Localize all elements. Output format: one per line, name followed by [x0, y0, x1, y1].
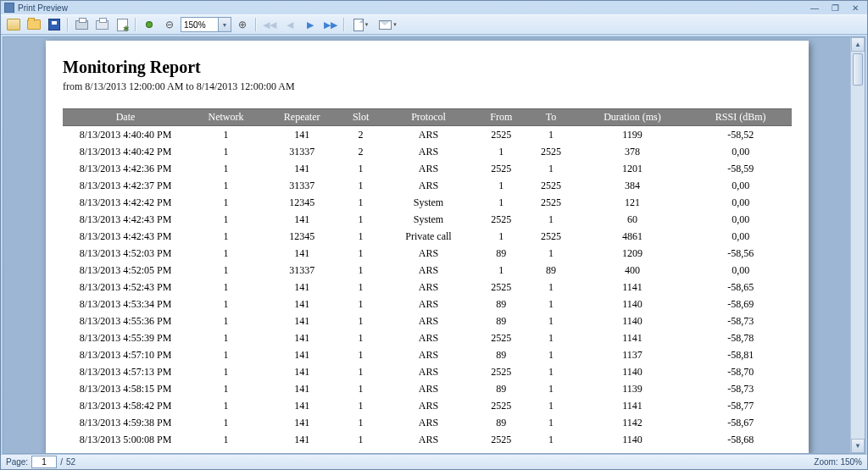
table-row: 8/13/2013 4:40:42 PM1313372ARS125253780,… [63, 143, 792, 160]
zoom-dropdown-button[interactable]: ▼ [218, 18, 231, 31]
page-setup-button[interactable] [113, 16, 131, 33]
table-cell: ARS [381, 279, 476, 296]
table-cell: 2525 [527, 228, 576, 245]
report-range: from 8/13/2013 12:00:00 AM to 8/14/2013 … [63, 80, 792, 93]
table-cell: 2525 [476, 329, 527, 346]
quick-print-button[interactable] [92, 16, 111, 33]
table-cell: 89 [527, 262, 576, 279]
table-cell: 8/13/2013 4:52:03 PM [63, 245, 188, 262]
table-row: 8/13/2013 4:53:34 PM11411ARS8911140-58,6… [63, 296, 792, 312]
next-page-button[interactable]: ▶ [301, 16, 320, 33]
table-cell: -58,73 [689, 312, 792, 329]
table-header-cell: Date [63, 109, 188, 126]
table-row: 8/13/2013 4:55:36 PM11411ARS8911140-58,7… [63, 312, 792, 329]
folder-open-icon [27, 19, 41, 30]
table-cell: 89 [476, 245, 527, 262]
table-cell: 1 [188, 211, 264, 228]
table-cell: -58,71 [689, 448, 792, 453]
save-button[interactable] [45, 16, 64, 33]
table-cell: -58,77 [689, 397, 792, 414]
table-cell: 0,00 [689, 177, 792, 194]
table-cell: 1 [527, 329, 576, 346]
report-table: DateNetworkRepeaterSlotProtocolFromToDur… [63, 108, 792, 453]
page-sep: / [60, 457, 63, 467]
table-cell: 2525 [476, 211, 527, 228]
email-button[interactable]: ▼ [376, 16, 401, 33]
table-cell: -58,68 [689, 431, 792, 448]
minimize-button[interactable]: — [806, 3, 823, 13]
table-header-row: DateNetworkRepeaterSlotProtocolFromToDur… [63, 109, 792, 126]
refresh-button[interactable] [140, 16, 159, 33]
zoom-out-button[interactable]: ⊖ [160, 16, 179, 33]
table-cell: 2525 [476, 126, 527, 144]
table-cell: 8/13/2013 4:42:43 PM [63, 211, 188, 228]
table-cell: 89 [476, 312, 527, 329]
table-row: 8/13/2013 5:01:06 PM11411ARS8911139-58,7… [63, 448, 792, 453]
table-cell: 1 [188, 143, 264, 160]
titlebar: Print Preview — ❐ ✕ [1, 1, 867, 14]
table-cell: 1 [188, 312, 264, 329]
first-page-button[interactable]: ◀◀ [260, 16, 279, 33]
print-icon [75, 20, 88, 30]
scroll-down-button[interactable]: ▼ [851, 439, 865, 453]
table-row: 8/13/2013 4:42:43 PM11411System25251600,… [63, 211, 792, 228]
table-cell: 1 [527, 279, 576, 296]
table-cell: 2525 [476, 160, 527, 177]
scroll-up-button[interactable]: ▲ [851, 37, 865, 52]
last-page-button[interactable]: ▶▶ [321, 16, 340, 33]
close-button[interactable]: ✕ [847, 3, 864, 13]
nav-next-icon: ▶ [307, 19, 314, 30]
table-cell: ARS [381, 448, 476, 453]
table-cell: 1 [188, 296, 264, 312]
table-cell: 8/13/2013 4:40:42 PM [63, 143, 188, 160]
table-cell: 378 [576, 143, 690, 160]
print-button[interactable] [72, 16, 91, 33]
table-cell: 8/13/2013 4:57:13 PM [63, 363, 188, 380]
table-cell: 141 [264, 380, 340, 397]
restore-button[interactable]: ❐ [826, 3, 843, 13]
table-cell: ARS [381, 431, 476, 448]
total-pages: 52 [66, 457, 75, 467]
table-cell: 1 [527, 211, 576, 228]
open-button[interactable] [25, 16, 43, 33]
table-row: 8/13/2013 4:42:42 PM1123451System1252512… [63, 194, 792, 211]
table-cell: 8/13/2013 4:42:37 PM [63, 177, 188, 194]
table-cell: -58,70 [689, 363, 792, 380]
table-cell: 8/13/2013 4:40:40 PM [63, 126, 188, 144]
toolbar-separator [343, 18, 345, 31]
save-icon [48, 19, 60, 30]
table-cell: 1 [476, 143, 527, 160]
table-cell: 141 [264, 126, 340, 144]
table-cell: 2525 [476, 363, 527, 380]
table-cell: ARS [381, 312, 476, 329]
new-button[interactable] [4, 16, 23, 33]
table-row: 8/13/2013 4:59:38 PM11411ARS8911142-58,6… [63, 414, 792, 431]
table-row: 8/13/2013 4:40:40 PM11412ARS252511199-58… [63, 126, 792, 144]
zoom-in-button[interactable]: ⊕ [233, 16, 252, 33]
table-cell: 1 [188, 448, 264, 453]
table-cell: 1 [476, 177, 527, 194]
table-cell: System [381, 194, 476, 211]
zoom-select[interactable]: 150% ▼ [181, 17, 231, 32]
table-cell: 2525 [476, 279, 527, 296]
table-row: 8/13/2013 4:58:15 PM11411ARS8911139-58,7… [63, 380, 792, 397]
table-cell: 8/13/2013 4:42:43 PM [63, 228, 188, 245]
window-title: Print Preview [18, 3, 68, 13]
prev-page-button[interactable]: ◀ [281, 16, 299, 33]
table-cell: 1 [188, 194, 264, 211]
table-cell: 89 [476, 380, 527, 397]
table-cell: 0,00 [689, 194, 792, 211]
export-button[interactable]: ▼ [348, 16, 374, 33]
new-icon [7, 19, 20, 30]
table-cell: 4861 [576, 228, 690, 245]
table-cell: System [381, 211, 476, 228]
table-cell: 1 [527, 160, 576, 177]
table-cell: 141 [264, 431, 340, 448]
table-cell: 1 [527, 414, 576, 431]
table-cell: 141 [264, 329, 340, 346]
page-label: Page: [6, 457, 28, 467]
page-number-input[interactable] [31, 456, 57, 468]
scroll-track[interactable] [851, 52, 865, 439]
vertical-scrollbar[interactable]: ▲ ▼ [850, 37, 865, 453]
scroll-thumb[interactable] [853, 53, 863, 86]
